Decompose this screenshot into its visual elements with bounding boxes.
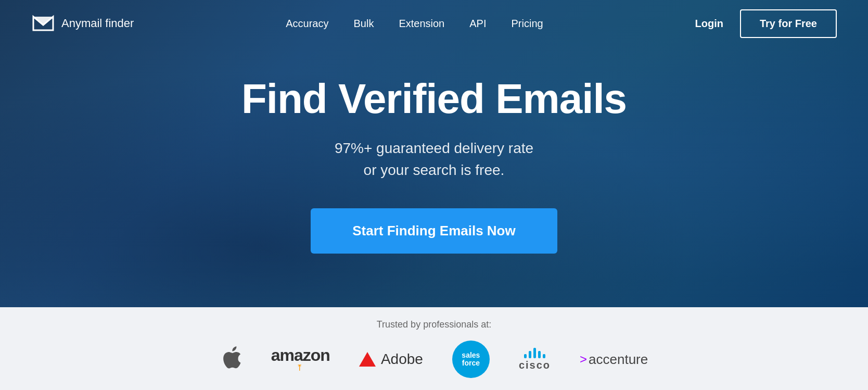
navbar-actions: Login Try for Free (695, 9, 837, 38)
logos-row: amazon ⤒ Adobe salesforce cisco > (220, 341, 648, 378)
adobe-icon (359, 352, 376, 367)
brand-name: Anymail finder (61, 17, 134, 30)
nav-api[interactable]: API (469, 18, 486, 30)
hero-subtitle-line1: 97%+ guaranteed delivery rate (335, 140, 533, 156)
nav-accuracy[interactable]: Accuracy (286, 18, 328, 30)
salesforce-text: salesforce (462, 351, 480, 368)
logo-apple (220, 345, 242, 374)
logo-amazon: amazon ⤒ (271, 346, 330, 373)
trusted-bar: Trusted by professionals at: amazon ⤒ Ad… (0, 307, 868, 390)
hero-subtitle: 97%+ guaranteed delivery rate or your se… (241, 137, 627, 181)
cisco-bars-icon (524, 348, 545, 358)
brand-icon (31, 11, 55, 35)
nav-pricing[interactable]: Pricing (512, 18, 543, 30)
accenture-arrow-icon: > (580, 352, 587, 367)
nav-links: Accuracy Bulk Extension API Pricing (286, 18, 543, 30)
cisco-text: cisco (519, 359, 551, 371)
adobe-text: Adobe (381, 351, 423, 368)
logo-adobe: Adobe (359, 351, 423, 368)
cta-button[interactable]: Start Finding Emails Now (311, 208, 557, 254)
brand-logo[interactable]: Anymail finder (31, 11, 134, 35)
hero-subtitle-line2: or your search is free. (364, 162, 505, 178)
accenture-text: accenture (589, 351, 648, 368)
hero-content: Find Verified Emails 97%+ guaranteed del… (241, 75, 627, 254)
logo-accenture: > accenture (580, 351, 648, 368)
nav-extension[interactable]: Extension (399, 18, 444, 30)
trusted-label: Trusted by professionals at: (377, 319, 491, 330)
hero-title: Find Verified Emails (241, 75, 627, 123)
logo-salesforce: salesforce (452, 341, 490, 378)
try-free-button[interactable]: Try for Free (740, 9, 837, 38)
nav-bulk[interactable]: Bulk (354, 18, 374, 30)
logo-cisco: cisco (519, 348, 551, 371)
svg-marker-1 (33, 17, 53, 25)
navbar: Anymail finder Accuracy Bulk Extension A… (0, 0, 868, 47)
login-link[interactable]: Login (695, 18, 723, 30)
